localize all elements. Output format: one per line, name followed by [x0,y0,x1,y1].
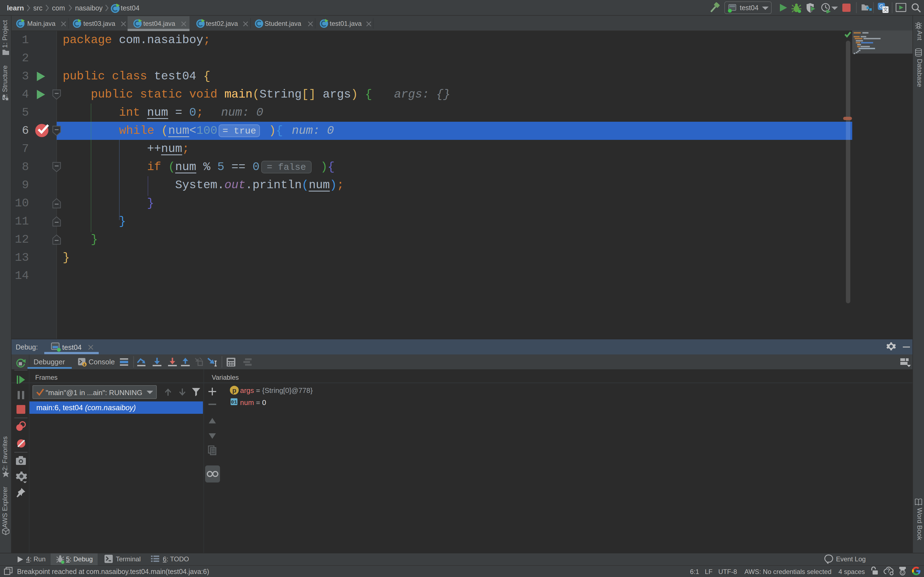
svg-text:文: 文 [883,7,888,12]
svg-text:p: p [233,387,236,394]
svg-text:?: ? [887,567,890,574]
svg-text:01: 01 [231,399,237,405]
